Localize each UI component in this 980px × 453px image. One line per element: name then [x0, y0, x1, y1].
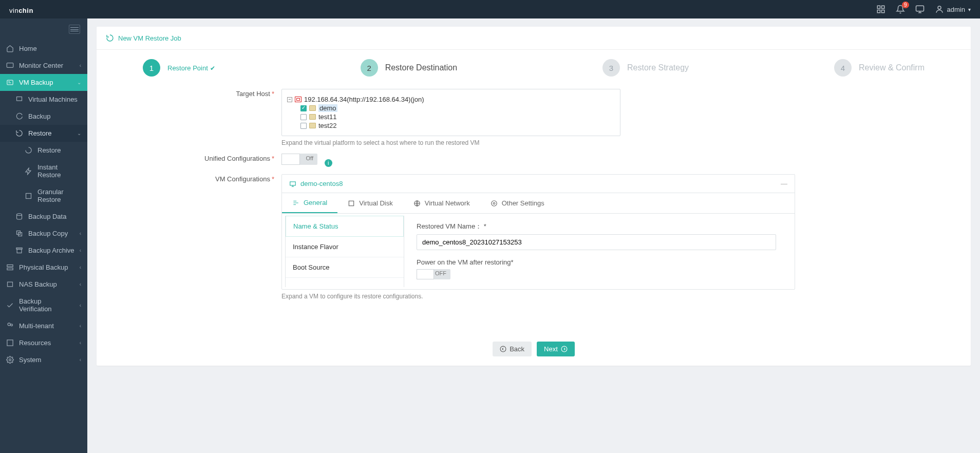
tab-other-settings[interactable]: Other Settings — [480, 193, 555, 213]
restored-vm-name-input[interactable] — [417, 234, 776, 250]
server-icon — [6, 263, 14, 271]
sidebar-item-physical-backup[interactable]: Physical Backup‹ — [0, 259, 87, 276]
tab-virtual-disk[interactable]: Virtual Disk — [337, 193, 403, 213]
users-icon — [6, 322, 14, 330]
instant-icon — [25, 167, 32, 175]
sidebar-item-nas-backup[interactable]: NAS Backup‹ — [0, 276, 87, 293]
subnav-name-status[interactable]: Name & Status — [286, 216, 404, 237]
vm-config-label: VM Configurations* — [109, 174, 281, 300]
sidebar-item-backup-archive[interactable]: Backup Archive‹ — [0, 242, 87, 259]
sidebar-item-backup-verification[interactable]: Backup Verification‹ — [0, 293, 87, 317]
next-button[interactable]: Next — [537, 342, 575, 356]
step-restore-strategy[interactable]: 3Restore Strategy — [602, 59, 689, 77]
monitor-icon[interactable] — [915, 5, 925, 14]
sidebar-item-multi-tenant[interactable]: Multi-tenant‹ — [0, 317, 87, 334]
sliders-icon — [292, 199, 299, 206]
svg-point-25 — [493, 202, 495, 204]
globe-icon — [413, 200, 421, 207]
sidebar-collapse-button[interactable] — [0, 18, 87, 40]
tree-node-test11[interactable]: test11 — [318, 113, 336, 121]
sidebar-item-virtual-machines[interactable]: Virtual Machines — [0, 91, 87, 108]
sidebar-item-system[interactable]: System‹ — [0, 351, 87, 368]
step-review-confirm[interactable]: 4Review & Confirm — [834, 59, 925, 77]
tree-collapse-icon[interactable]: − — [287, 97, 292, 102]
sidebar-item-restore-sub[interactable]: Restore — [0, 142, 87, 159]
chevron-left-icon: ‹ — [80, 303, 81, 308]
user-icon — [935, 5, 944, 14]
chevron-left-icon: ‹ — [80, 265, 81, 270]
check-icon: ✔ — [210, 65, 215, 72]
tab-general[interactable]: General — [282, 193, 337, 213]
vm-config-hint: Expand a VM to configure its restore con… — [281, 293, 958, 300]
sidebar-item-backup-copy[interactable]: Backup Copy‹ — [0, 225, 87, 242]
sidebar-item-backup-data[interactable]: Backup Data — [0, 208, 87, 225]
svg-rect-17 — [8, 282, 13, 287]
tree-checkbox-test22[interactable] — [300, 123, 307, 129]
svg-point-27 — [500, 346, 506, 352]
svg-point-28 — [561, 346, 567, 352]
tree-node-root[interactable]: 192.168.64.34(http://192.168.64.34)(jon) — [304, 96, 424, 103]
chevron-left-icon: ‹ — [80, 231, 81, 236]
restore-icon — [15, 129, 23, 137]
tree-node-demo[interactable]: demo — [318, 104, 337, 112]
target-host-tree[interactable]: −192.168.64.34(http://192.168.64.34)(jon… — [281, 89, 620, 136]
svg-rect-16 — [7, 268, 13, 270]
user-menu[interactable]: admin ▾ — [935, 5, 971, 14]
svg-rect-3 — [881, 10, 884, 13]
unified-config-toggle[interactable]: Off — [281, 154, 317, 165]
data-icon — [15, 213, 23, 220]
notifications-button[interactable]: 9 — [896, 5, 905, 14]
svg-rect-8 — [17, 97, 22, 101]
vm-small-icon — [289, 180, 296, 187]
tab-virtual-network[interactable]: Virtual Network — [403, 193, 480, 213]
power-on-toggle[interactable]: OFF — [417, 269, 450, 279]
monitor-center-icon — [6, 62, 14, 69]
back-button[interactable]: Back — [493, 342, 532, 356]
sidebar-item-backup[interactable]: Backup — [0, 108, 87, 125]
svg-rect-2 — [877, 10, 880, 13]
tree-checkbox-test11[interactable] — [300, 114, 307, 120]
vm-config-header[interactable]: demo-centos8 — — [282, 175, 795, 193]
svg-point-10 — [17, 214, 22, 216]
folder-icon — [309, 114, 316, 120]
sidebar-item-home[interactable]: Home — [0, 40, 87, 57]
granular-icon — [25, 192, 32, 200]
collapse-dash-icon[interactable]: — — [781, 180, 787, 187]
chevron-left-icon: ‹ — [80, 323, 81, 329]
archive-icon — [15, 247, 23, 254]
vm-backup-icon — [6, 79, 14, 86]
folder-icon — [309, 123, 316, 128]
sidebar: Home Monitor Center‹ VM Backup⌄ Virtual … — [0, 18, 87, 453]
unified-config-label: Unified Configurations* — [109, 154, 281, 167]
home-icon — [6, 45, 14, 52]
svg-point-19 — [11, 324, 13, 326]
svg-rect-6 — [7, 63, 13, 68]
step-restore-point[interactable]: 1Restore Point✔ — [143, 59, 215, 77]
chevron-left-icon: ‹ — [80, 63, 81, 68]
target-host-label: Target Host* — [109, 89, 281, 146]
gear-small-icon — [491, 200, 498, 207]
svg-point-26 — [491, 200, 497, 206]
tree-node-test22[interactable]: test22 — [318, 122, 336, 129]
gear-icon — [6, 356, 14, 364]
chevron-left-icon: ‹ — [80, 340, 81, 346]
svg-point-21 — [9, 359, 11, 361]
step-restore-destination[interactable]: 2Restore Destination — [361, 59, 458, 77]
svg-rect-15 — [7, 265, 13, 267]
sidebar-item-granular-restore[interactable]: Granular Restore — [0, 183, 87, 208]
chevron-left-icon: ‹ — [80, 248, 81, 253]
vm-config-panel: demo-centos8 — General Virtual Disk Virt… — [281, 174, 795, 290]
subnav-instance-flavor[interactable]: Instance Flavor — [286, 237, 404, 257]
tree-checkbox-demo[interactable] — [300, 105, 307, 111]
sidebar-item-resources[interactable]: Resources‹ — [0, 334, 87, 351]
sidebar-item-restore[interactable]: Restore⌄ — [0, 125, 87, 142]
chevron-down-icon: ▾ — [968, 7, 971, 12]
sidebar-item-monitor[interactable]: Monitor Center‹ — [0, 57, 87, 74]
grid-icon[interactable] — [876, 5, 885, 14]
sidebar-item-instant-restore[interactable]: Instant Restore — [0, 159, 87, 183]
info-icon[interactable]: i — [325, 159, 332, 167]
sidebar-item-vmbackup[interactable]: VM Backup⌄ — [0, 74, 87, 91]
page-title: New VM Restore Job — [97, 27, 971, 50]
svg-rect-20 — [7, 340, 13, 346]
subnav-boot-source[interactable]: Boot Source — [286, 257, 404, 278]
